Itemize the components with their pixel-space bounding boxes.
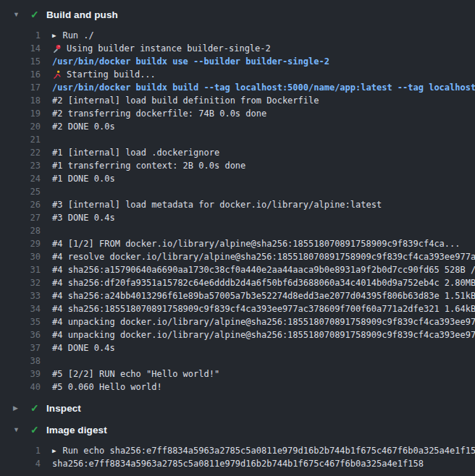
log-line: 21 bbox=[0, 133, 475, 146]
line-number[interactable]: 28 bbox=[0, 224, 41, 237]
line-number[interactable]: 25 bbox=[0, 185, 41, 198]
log-text: #4 sha256:a15790640a6690aa1730c38cf0a440… bbox=[52, 263, 475, 276]
line-number[interactable]: 24 bbox=[0, 172, 41, 185]
line-number[interactable]: 22 bbox=[0, 146, 41, 159]
log-line: 22#1 [internal] load .dockerignore bbox=[0, 146, 475, 159]
log-text-content: #4 sha256:a15790640a6690aa1730c38cf0a440… bbox=[52, 263, 475, 276]
log-line: 39#5 [2/2] RUN echo "Hello world!" bbox=[0, 367, 475, 381]
pushpin-icon bbox=[52, 44, 62, 54]
log-line: 30#4 resolve docker.io/library/alpine@sh… bbox=[0, 250, 475, 263]
section-header[interactable]: ▼✓Image digest bbox=[0, 422, 475, 437]
log-text: #5 0.060 Hello world! bbox=[52, 381, 162, 394]
log-text: #2 [internal] load build definition from… bbox=[52, 94, 319, 107]
log-text-content: #3 [internal] load metadata for docker.i… bbox=[52, 198, 382, 211]
log-section-build-and-push: ▼✓Build and push1▶Run ./14Using builder … bbox=[0, 0, 475, 394]
log-text-content: /usr/bin/docker buildx build --tag local… bbox=[52, 81, 475, 94]
line-number[interactable]: 20 bbox=[0, 120, 41, 133]
log-text: ▶Run ./ bbox=[52, 29, 94, 42]
log-text: Using builder instance builder-single-2 bbox=[52, 42, 271, 55]
line-number[interactable]: 19 bbox=[0, 107, 41, 120]
line-number[interactable]: 29 bbox=[0, 237, 41, 250]
log-text: #4 unpacking docker.io/library/alpine@sh… bbox=[52, 328, 475, 341]
log-text-content: #1 [internal] load .dockerignore bbox=[52, 146, 219, 159]
check-icon: ✓ bbox=[30, 422, 46, 437]
log-text-content: #5 0.060 Hello world! bbox=[52, 381, 162, 394]
log-text-content: #3 DONE 0.4s bbox=[52, 211, 115, 224]
log-line: 40#5 0.060 Hello world! bbox=[0, 381, 475, 394]
chevron-down-icon[interactable]: ▼ bbox=[13, 422, 23, 437]
line-number[interactable]: 35 bbox=[0, 315, 41, 328]
log-text: sha256:e7ff8834a5963a2785c5a0811e979d16b… bbox=[52, 457, 424, 470]
log-line: 25 bbox=[0, 185, 475, 198]
line-number[interactable]: 39 bbox=[0, 367, 41, 381]
log-line: 1▶Run ./ bbox=[0, 29, 475, 42]
line-number[interactable]: 33 bbox=[0, 289, 41, 302]
runner-icon bbox=[52, 70, 62, 80]
section-title: Inspect bbox=[46, 403, 81, 414]
section-header[interactable]: ▶✓Inspect bbox=[0, 401, 475, 415]
log-line: 31#4 sha256:a15790640a6690aa1730c38cf0a4… bbox=[0, 263, 475, 276]
log-line: 33#4 sha256:a24bb4013296f61e89ba57005a7b… bbox=[0, 289, 475, 302]
log-text: #1 transferring context: 2B 0.0s done bbox=[52, 159, 245, 172]
line-number[interactable]: 31 bbox=[0, 263, 41, 276]
log-text-content: #4 unpacking docker.io/library/alpine@sh… bbox=[52, 315, 475, 328]
section-title: Image digest bbox=[46, 425, 107, 435]
chevron-down-icon[interactable]: ▼ bbox=[13, 7, 23, 22]
log-text: #4 unpacking docker.io/library/alpine@sh… bbox=[52, 315, 475, 328]
log-text: #3 DONE 0.4s bbox=[52, 211, 115, 224]
log-line: 1▶Run echo sha256:e7ff8834a5963a2785c5a0… bbox=[0, 444, 475, 457]
log-text: #1 DONE 0.0s bbox=[52, 172, 115, 185]
chevron-right-icon[interactable]: ▶ bbox=[13, 401, 23, 415]
line-number[interactable]: 4 bbox=[0, 457, 41, 470]
line-number[interactable]: 14 bbox=[0, 42, 41, 55]
log-line: 37#4 DONE 0.4s bbox=[0, 341, 475, 354]
log-text-content: Run ./ bbox=[62, 29, 93, 42]
log-text-content: #4 unpacking docker.io/library/alpine@sh… bbox=[52, 328, 475, 341]
line-number[interactable]: 34 bbox=[0, 302, 41, 315]
log-text-content: Starting build... bbox=[67, 68, 156, 81]
log-line: 24#1 DONE 0.0s bbox=[0, 172, 475, 185]
line-number[interactable]: 15 bbox=[0, 55, 41, 68]
log-line: 20#2 DONE 0.0s bbox=[0, 120, 475, 133]
log-text-content: #4 sha256:a24bb4013296f61e89ba57005a7b3e… bbox=[52, 289, 475, 302]
line-number[interactable]: 21 bbox=[0, 133, 41, 146]
line-number[interactable]: 30 bbox=[0, 250, 41, 263]
log-text-content: sha256:e7ff8834a5963a2785c5a0811e979d16b… bbox=[52, 457, 424, 470]
section-header[interactable]: ▼✓Build and push bbox=[0, 7, 475, 22]
line-number[interactable]: 23 bbox=[0, 159, 41, 172]
line-number[interactable]: 36 bbox=[0, 328, 41, 341]
line-number[interactable]: 38 bbox=[0, 354, 41, 367]
log-line: 27#3 DONE 0.4s bbox=[0, 211, 475, 224]
expand-run-icon[interactable]: ▶ bbox=[52, 444, 56, 457]
log-lines: 1▶Run echo sha256:e7ff8834a5963a2785c5a0… bbox=[0, 444, 475, 470]
line-number[interactable]: 32 bbox=[0, 276, 41, 289]
line-number[interactable]: 16 bbox=[0, 68, 41, 81]
log-line: 17/usr/bin/docker buildx build --tag loc… bbox=[0, 81, 475, 94]
expand-run-icon[interactable]: ▶ bbox=[52, 29, 56, 42]
log-line: 35#4 unpacking docker.io/library/alpine@… bbox=[0, 315, 475, 328]
log-line: 34#4 sha256:185518070891758909c9f839cf4c… bbox=[0, 302, 475, 315]
log-text-content: #2 transferring dockerfile: 74B 0.0s don… bbox=[52, 107, 266, 120]
log-line: 15/usr/bin/docker buildx use --builder b… bbox=[0, 55, 475, 68]
line-number[interactable]: 1 bbox=[0, 444, 41, 457]
log-text-content: #4 DONE 0.4s bbox=[52, 341, 115, 354]
log-text: #1 [internal] load .dockerignore bbox=[52, 146, 219, 159]
line-number[interactable]: 1 bbox=[0, 29, 41, 42]
line-number[interactable]: 27 bbox=[0, 211, 41, 224]
line-number[interactable]: 18 bbox=[0, 94, 41, 107]
line-number[interactable]: 40 bbox=[0, 381, 41, 394]
line-number[interactable]: 26 bbox=[0, 198, 41, 211]
log-text-content: #4 [1/2] FROM docker.io/library/alpine@s… bbox=[52, 237, 461, 250]
log-text: Starting build... bbox=[52, 68, 156, 81]
log-text-content: #4 resolve docker.io/library/alpine@sha2… bbox=[52, 250, 475, 263]
check-icon: ✓ bbox=[30, 7, 46, 22]
line-number[interactable]: 17 bbox=[0, 81, 41, 94]
log-line: 36#4 unpacking docker.io/library/alpine@… bbox=[0, 328, 475, 341]
check-icon: ✓ bbox=[30, 401, 46, 415]
log-line: 26#3 [internal] load metadata for docker… bbox=[0, 198, 475, 211]
log-text: #4 sha256:df20fa9351a15782c64e6dddb2d4a6… bbox=[52, 276, 475, 289]
log-text-content: Using builder instance builder-single-2 bbox=[67, 42, 271, 55]
line-number[interactable]: 37 bbox=[0, 341, 41, 354]
log-text-content: #1 transferring context: 2B 0.0s done bbox=[52, 159, 245, 172]
log-text: ▶Run echo sha256:e7ff8834a5963a2785c5a08… bbox=[52, 444, 475, 457]
